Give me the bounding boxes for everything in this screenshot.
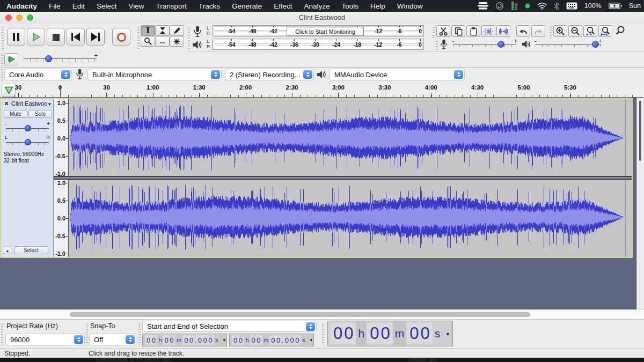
menu-tracks[interactable]: Tracks	[199, 2, 220, 10]
pause-icon	[12, 33, 20, 41]
redo-button[interactable]	[531, 25, 545, 37]
menu-select[interactable]: Select	[97, 2, 117, 10]
slider-thumb[interactable]	[25, 139, 31, 145]
pause-button[interactable]	[7, 28, 25, 46]
audio-track[interactable]: 1.00.50.0-0.5-1.01.00.50.0-0.5-1.0 ✕ Cli…	[0, 98, 633, 258]
zoom-toggle-button[interactable]	[613, 25, 627, 37]
horizontal-scrollbar-thumb[interactable]	[70, 312, 530, 317]
draw-tool-button[interactable]	[170, 25, 184, 36]
recording-channels-select[interactable]: 2 (Stereo) Recording...	[225, 69, 314, 80]
meter-scale-label: -12	[375, 28, 382, 34]
menu-analyze[interactable]: Analyze	[304, 2, 330, 10]
playback-device-select[interactable]: MMAudio Device	[330, 69, 465, 80]
pan-slider[interactable]: LR	[5, 138, 50, 149]
field-dropdown-icon[interactable]: ▾	[447, 331, 450, 337]
snap-to-select[interactable]: Off	[89, 334, 136, 345]
fit-project-button[interactable]	[598, 25, 612, 37]
zoom-out-button[interactable]	[568, 25, 582, 37]
selection-mode-select[interactable]: Start and End of Selection	[142, 321, 317, 332]
menu-help[interactable]: Help	[370, 2, 385, 10]
ruler-minor-tick	[200, 95, 200, 97]
play-at-speed-button[interactable]	[4, 53, 18, 65]
start-monitoring-button[interactable]: Click to Start Monitoring	[287, 27, 364, 36]
ruler-minor-tick	[339, 95, 339, 97]
amplitude-tick	[66, 201, 68, 201]
record-button[interactable]	[112, 28, 130, 46]
selection-start-field[interactable]: 00h 00m 00.000s ▾	[142, 334, 227, 346]
stop-icon	[53, 34, 60, 41]
track-control-panel[interactable]: ✕ Clint Eastwoo▼ Mute Solo -+ LR Stereo,…	[1, 99, 54, 257]
skip-to-end-button[interactable]	[86, 28, 105, 46]
ruler-minor-tick	[362, 95, 362, 97]
cut-button[interactable]	[436, 25, 450, 37]
copy-button[interactable]	[451, 25, 465, 37]
zoom-in-icon	[555, 26, 566, 36]
track-select-button[interactable]: Select	[14, 246, 48, 254]
solo-button[interactable]: Solo	[28, 110, 52, 118]
silence-audio-button[interactable]	[496, 25, 510, 37]
timeline-ruler[interactable]: 300301:001:302:002:303:003:304:004:305:0…	[0, 83, 644, 98]
ruler-minor-tick	[122, 95, 123, 97]
recording-device-select[interactable]: Built-in Microphone	[87, 69, 222, 80]
menu-generate[interactable]: Generate	[232, 2, 262, 10]
audio-position-display[interactable]: 00h 00m 00s ▾	[327, 321, 453, 346]
vertical-scrollbar-thumb[interactable]	[639, 101, 641, 161]
record-meter-mic-icon[interactable]	[193, 26, 202, 38]
window-title-bar[interactable]: Clint Eastwood	[0, 12, 644, 24]
zoom-selection-button[interactable]	[583, 25, 597, 37]
trim-audio-button[interactable]	[481, 25, 495, 37]
time-machine-icon[interactable]	[495, 2, 504, 10]
slider-thumb[interactable]	[25, 125, 31, 131]
play-speed-slider[interactable]: -+	[23, 54, 98, 64]
track-name-menu[interactable]: Clint Eastwoo▼	[11, 100, 52, 107]
meter-scale-label: -42	[269, 28, 277, 34]
selection-end-field[interactable]: 00h 00m 00.000s ▾	[229, 334, 314, 346]
audio-host-select[interactable]: Core Audio	[4, 69, 72, 80]
field-dropdown-icon[interactable]: ▾	[310, 337, 313, 343]
bluetooth-icon[interactable]	[554, 2, 559, 10]
menu-view[interactable]: View	[129, 2, 144, 10]
field-dropdown-icon[interactable]: ▾	[223, 337, 226, 343]
recording-volume-slider[interactable]: -+	[452, 39, 517, 50]
collapse-track-button[interactable]: ▲	[3, 247, 12, 254]
skip-to-start-button[interactable]	[67, 28, 85, 46]
timeshift-tool-button[interactable]: ↔	[155, 36, 170, 47]
zoom-in-button[interactable]	[553, 25, 567, 37]
channel-divider[interactable]	[54, 176, 632, 180]
menu-tools[interactable]: Tools	[342, 2, 359, 10]
display-icon[interactable]	[478, 2, 488, 10]
slider-thumb[interactable]	[45, 55, 52, 62]
play-meter-speaker-icon[interactable]	[192, 40, 203, 50]
menu-clock[interactable]: Sun	[629, 2, 641, 10]
menu-file[interactable]: File	[49, 2, 61, 10]
project-rate-select[interactable]: 96000	[5, 334, 85, 345]
mute-button[interactable]: Mute	[4, 110, 27, 118]
menu-effect[interactable]: Effect	[274, 2, 292, 10]
track-close-button[interactable]: ✕	[3, 100, 10, 107]
menu-transport[interactable]: Transport	[156, 2, 187, 10]
playback-meter[interactable]: -54-48-42-36-30-24-18-12-60	[213, 39, 424, 50]
gain-slider[interactable]: -+	[5, 124, 50, 135]
amplitude-tick	[66, 236, 68, 237]
envelope-tool-button[interactable]	[155, 25, 170, 36]
zoom-tool-button[interactable]	[141, 36, 155, 47]
multi-tool-button[interactable]	[170, 36, 184, 47]
horizontal-scrollbar[interactable]	[0, 309, 644, 319]
ruler-time-label: 30	[103, 84, 110, 91]
menu-audacity[interactable]: Audacity	[6, 2, 37, 10]
menu-window[interactable]: Window	[397, 2, 423, 10]
paste-button[interactable]	[466, 25, 480, 37]
play-icon	[31, 32, 41, 42]
keyboard-icon[interactable]	[566, 2, 577, 10]
play-meter-left-label: L	[207, 39, 209, 44]
battery-percentage: 100%	[584, 2, 602, 10]
wifi-icon[interactable]	[537, 3, 547, 10]
playback-volume-slider[interactable]: -+	[535, 39, 602, 50]
undo-button[interactable]	[516, 25, 530, 37]
selection-tool-button[interactable]: I	[141, 25, 155, 36]
play-button[interactable]	[27, 28, 45, 46]
playback-state: Stopped.	[4, 350, 30, 357]
level-meter-icon[interactable]	[511, 2, 518, 10]
menu-edit[interactable]: Edit	[72, 2, 85, 10]
stop-button[interactable]	[47, 28, 65, 46]
